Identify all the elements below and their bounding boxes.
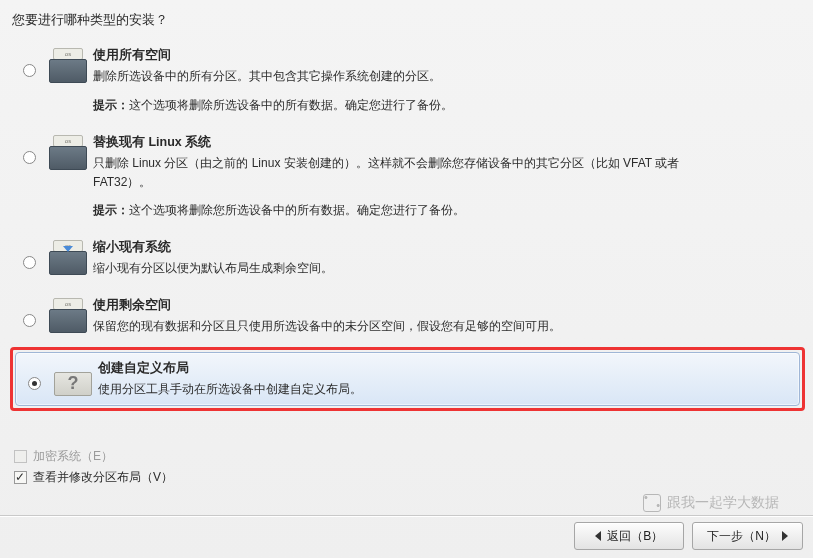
option-desc: 保留您的现有数据和分区且只使用所选设备中的未分区空间，假设您有足够的空间可用。 <box>93 317 800 336</box>
arrow-left-icon <box>595 531 601 541</box>
options-checkboxes: 加密系统（E） 查看并修改分区布局（V） <box>14 444 173 490</box>
option-title: 创建自定义布局 <box>98 359 795 378</box>
option-shrink[interactable]: os 缩小现有系统 缩小现有分区以便为默认布局生成剩余空间。 <box>10 231 805 285</box>
option-desc: 只删除 Linux 分区（由之前的 Linux 安装创建的）。这样就不会删除您存… <box>93 154 713 191</box>
option-title: 使用所有空间 <box>93 46 800 65</box>
radio-shrink[interactable] <box>23 256 36 269</box>
page-question: 您要进行哪种类型的安装？ <box>12 12 805 29</box>
highlight-annotation: ? 创建自定义布局 使用分区工具手动在所选设备中创建自定义布局。 <box>10 347 805 411</box>
disk-icon: os <box>49 48 87 86</box>
option-use-all-space[interactable]: os 使用所有空间 删除所选设备中的所有分区。其中包含其它操作系统创建的分区。 … <box>10 39 805 122</box>
watermark: 跟我一起学大数据 <box>643 494 779 512</box>
question-icon: ? <box>54 361 92 399</box>
disk-icon: os <box>49 298 87 336</box>
next-button[interactable]: 下一步（N） <box>692 522 803 550</box>
radio-replace-linux[interactable] <box>23 151 36 164</box>
option-desc: 使用分区工具手动在所选设备中创建自定义布局。 <box>98 380 795 399</box>
radio-use-free-space[interactable] <box>23 314 36 327</box>
review-checkbox-row[interactable]: 查看并修改分区布局（V） <box>14 469 173 486</box>
footer-separator <box>0 515 813 516</box>
review-checkbox[interactable] <box>14 471 27 484</box>
option-replace-linux[interactable]: os 替换现有 Linux 系统 只删除 Linux 分区（由之前的 Linux… <box>10 126 805 227</box>
arrow-right-icon <box>782 531 788 541</box>
back-button[interactable]: 返回（B） <box>574 522 684 550</box>
disk-icon: os <box>49 135 87 173</box>
disk-shrink-icon: os <box>49 240 87 278</box>
installer-disk-layout-page: 您要进行哪种类型的安装？ os 使用所有空间 删除所选设备中的所有分区。其中包含… <box>0 0 813 411</box>
encrypt-label: 加密系统（E） <box>33 448 113 465</box>
radio-custom-layout[interactable] <box>28 377 41 390</box>
footer-buttons: 返回（B） 下一步（N） <box>574 522 803 550</box>
encrypt-checkbox <box>14 450 27 463</box>
option-title: 替换现有 Linux 系统 <box>93 133 713 152</box>
wechat-icon <box>643 494 661 512</box>
option-hint: 提示：这个选项将删除所选设备中的所有数据。确定您进行了备份。 <box>93 96 800 115</box>
option-title: 使用剩余空间 <box>93 296 800 315</box>
option-use-free-space[interactable]: os 使用剩余空间 保留您的现有数据和分区且只使用所选设备中的未分区空间，假设您… <box>10 289 805 343</box>
option-desc: 删除所选设备中的所有分区。其中包含其它操作系统创建的分区。 <box>93 67 800 86</box>
review-label: 查看并修改分区布局（V） <box>33 469 173 486</box>
encrypt-checkbox-row: 加密系统（E） <box>14 448 173 465</box>
option-custom-layout[interactable]: ? 创建自定义布局 使用分区工具手动在所选设备中创建自定义布局。 <box>15 352 800 406</box>
option-title: 缩小现有系统 <box>93 238 800 257</box>
option-desc: 缩小现有分区以便为默认布局生成剩余空间。 <box>93 259 800 278</box>
option-hint: 提示：这个选项将删除您所选设备中的所有数据。确定您进行了备份。 <box>93 201 713 220</box>
radio-use-all-space[interactable] <box>23 64 36 77</box>
